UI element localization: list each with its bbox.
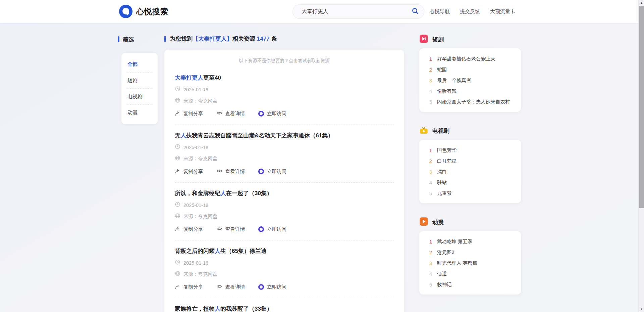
ranking-card: 1 武动乾坤 第五季 2 沧元图2 3 时光代理人 英都篇 4 仙逆 5 牧神记 — [419, 231, 521, 295]
nav-link[interactable]: 提交反馈 — [460, 8, 480, 15]
ranking-item[interactable]: 5 九重紫 — [429, 188, 514, 198]
globe-icon — [175, 155, 180, 162]
heading-keyword: 【大奉打更人】 — [193, 36, 232, 42]
clock-icon — [175, 144, 180, 151]
result-title-link[interactable]: 所以，和金牌经纪人在一起了（30集） — [175, 190, 394, 197]
rank-number: 1 — [429, 56, 433, 62]
visit-now-button[interactable]: 立即访问 — [258, 226, 286, 232]
ranking-header: 电视剧 — [419, 126, 521, 135]
view-detail-button[interactable]: 查看详情 — [216, 283, 245, 291]
ranking-item[interactable]: 5 牧神记 — [429, 279, 514, 290]
rank-title-link: 仙逆 — [437, 271, 447, 277]
scroll-up-arrow-icon[interactable]: ▲ — [639, 0, 644, 6]
filter-item[interactable]: 动漫 — [127, 105, 152, 121]
result-actions: 复制分享 查看详情 立即访问 — [175, 110, 394, 117]
rank-title-link: 漂白 — [437, 169, 447, 175]
header: 心悦搜索 心悦导航提交反馈大额流量卡 — [0, 0, 638, 23]
ranking-item[interactable]: 4 驻站 — [429, 177, 514, 188]
view-detail-button[interactable]: 查看详情 — [216, 168, 245, 175]
rank-title-link: 最后一个修真者 — [437, 77, 471, 84]
ranking-item[interactable]: 2 沧元图2 — [429, 247, 514, 258]
rank-number: 5 — [429, 190, 433, 196]
rank-number: 3 — [429, 78, 433, 83]
result-source: 来源：夸克网盘 — [183, 271, 218, 277]
visit-now-label: 立即访问 — [267, 110, 286, 117]
results-count: 1477 — [257, 36, 270, 42]
rank-title-link: 闪婚京圈太子爷：夫人她来自农村 — [437, 99, 510, 105]
results-heading-text: 为您找到【大奉打更人】相关资源1477条 — [170, 35, 277, 43]
rank-title-link: 国色芳华 — [437, 147, 457, 153]
nav-link[interactable]: 心悦导航 — [430, 8, 450, 15]
rank-number: 4 — [429, 88, 433, 94]
ranking-item[interactable]: 1 武动乾坤 第五季 — [429, 236, 514, 247]
search-input[interactable] — [293, 5, 407, 18]
copy-share-button[interactable]: 复制分享 — [175, 284, 203, 291]
search-bar — [292, 4, 424, 19]
result-title-link[interactable]: 背叛之后的闪耀人生（65集）徐兰迪 — [175, 248, 394, 255]
rankings-column: 短剧 1 好孕甜妻被钻石老公宠上天 2 蛇园 3 最后一个修真者 4 偷听有戏 … — [419, 35, 521, 309]
copy-share-label: 复制分享 — [183, 110, 203, 117]
ranking-item[interactable]: 1 国色芳华 — [429, 145, 514, 155]
eye-icon — [216, 226, 222, 233]
rank-number: 4 — [429, 271, 433, 277]
rank-number: 5 — [429, 99, 433, 105]
ranking-item[interactable]: 2 蛇园 — [429, 64, 514, 75]
rank-title-link: 牧神记 — [437, 281, 452, 288]
visit-now-button[interactable]: 立即访问 — [258, 168, 286, 175]
ranking-item[interactable]: 3 最后一个修真者 — [429, 75, 514, 86]
result-title-link[interactable]: 大奉打更人更至40 — [175, 74, 394, 82]
filter-item[interactable]: 全部 — [127, 56, 152, 73]
ranking-item[interactable]: 3 时光代理人 英都篇 — [429, 258, 514, 268]
view-detail-button[interactable]: 查看详情 — [216, 226, 245, 233]
rank-title-link: 武动乾坤 第五季 — [437, 238, 473, 245]
result-source-row: 来源：夸克网盘 — [175, 213, 394, 220]
scroll-down-arrow-icon[interactable]: ▼ — [639, 306, 644, 312]
share-icon — [175, 226, 180, 233]
ranking-item[interactable]: 3 漂白 — [429, 166, 514, 177]
result-source: 来源：夸克网盘 — [183, 155, 218, 162]
visit-icon — [258, 111, 264, 117]
result-title-link[interactable]: 家族将亡，植物人的我苏醒了（33集） — [175, 305, 394, 312]
rank-title-link: 蛇园 — [437, 66, 447, 73]
ranking-item[interactable]: 4 偷听有戏 — [429, 86, 514, 96]
brand-logo[interactable]: 心悦搜索 — [119, 5, 168, 18]
filter-item[interactable]: 电视剧 — [127, 89, 152, 105]
view-detail-label: 查看详情 — [225, 110, 245, 117]
copy-share-button[interactable]: 复制分享 — [175, 110, 203, 117]
result-title-link[interactable]: 无人扶我青云志我自踏雪至山巅&名动天下之家事难休（61集） — [175, 132, 394, 139]
search-button[interactable] — [407, 5, 424, 18]
ranking-item[interactable]: 2 白月梵星 — [429, 155, 514, 166]
ranking-item[interactable]: 4 仙逆 — [429, 268, 514, 279]
rank-number: 3 — [429, 260, 433, 266]
results-area: 为您找到【大奉打更人】相关资源1477条 以下资源不是你想要的？点击尝试获取新资… — [164, 35, 404, 312]
ranking-section: 电视剧 1 国色芳华 2 白月梵星 3 漂白 4 驻站 5 九重紫 — [419, 126, 521, 203]
ranking-item[interactable]: 1 好孕甜妻被钻石老公宠上天 — [429, 53, 514, 64]
rank-title-link: 偷听有戏 — [437, 88, 457, 94]
result-source-row: 来源：夸克网盘 — [175, 155, 394, 162]
globe-icon — [175, 213, 180, 220]
view-detail-label: 查看详情 — [225, 284, 245, 290]
ranking-title: 短剧 — [432, 36, 444, 43]
clock-icon — [175, 259, 180, 266]
visit-icon — [258, 226, 264, 232]
refresh-resources-link[interactable]: 以下资源不是你想要的？点击尝试获取新资源 — [175, 56, 394, 67]
copy-share-button[interactable]: 复制分享 — [175, 168, 203, 175]
view-detail-button[interactable]: 查看详情 — [216, 110, 245, 117]
results-heading: 为您找到【大奉打更人】相关资源1477条 — [164, 35, 404, 43]
visit-now-label: 立即访问 — [267, 168, 286, 175]
filter-item[interactable]: 短剧 — [127, 73, 152, 89]
nav-link[interactable]: 大额流量卡 — [490, 8, 515, 15]
scrollbar-thumb[interactable] — [639, 6, 644, 208]
copy-share-label: 复制分享 — [183, 168, 203, 175]
visit-now-button[interactable]: 立即访问 — [258, 110, 286, 117]
copy-share-button[interactable]: 复制分享 — [175, 226, 203, 233]
filter-title: 筛选 — [123, 36, 134, 43]
visit-now-button[interactable]: 立即访问 — [258, 284, 286, 290]
rank-number: 2 — [429, 250, 433, 255]
result-actions: 复制分享 查看详情 立即访问 — [175, 226, 394, 233]
copy-share-label: 复制分享 — [183, 226, 203, 232]
rank-title-link: 驻站 — [437, 179, 447, 186]
result-actions: 复制分享 查看详情 立即访问 — [175, 168, 394, 175]
ranking-item[interactable]: 5 闪婚京圈太子爷：夫人她来自农村 — [429, 96, 514, 107]
visit-icon — [258, 169, 264, 174]
